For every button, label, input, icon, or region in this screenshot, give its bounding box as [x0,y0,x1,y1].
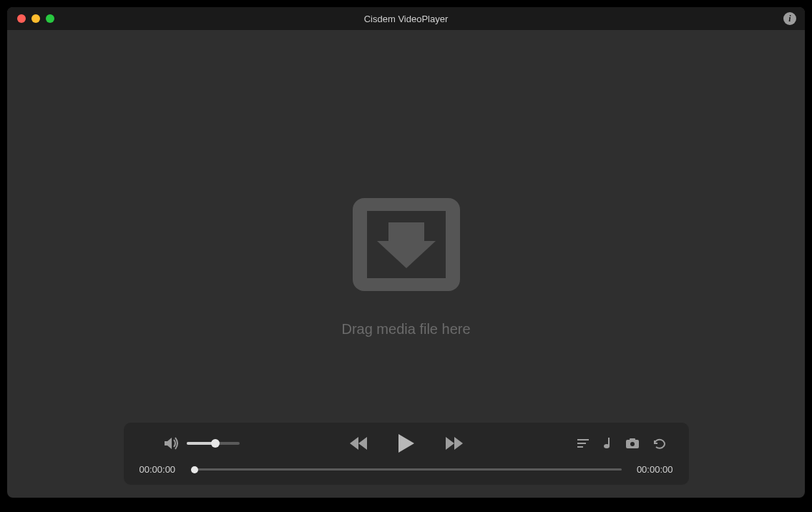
total-time: 00:00:00 [630,464,673,475]
titlebar: Cisdem VideoPlayer i [7,7,805,30]
fast-forward-button[interactable] [446,437,463,450]
svg-point-6 [604,444,610,448]
audio-track-button[interactable] [603,438,612,449]
dropzone-icon [346,191,467,301]
volume-group [164,436,240,451]
elapsed-time: 00:00:00 [140,464,182,475]
svg-point-9 [630,442,635,446]
window-controls [17,14,54,23]
video-dropzone[interactable]: Drag media file here [7,30,805,498]
window-title: Cisdem VideoPlayer [7,14,805,24]
svg-rect-8 [630,438,635,440]
transport-controls [350,434,463,453]
repeat-button[interactable] [653,438,666,449]
rewind-button[interactable] [350,437,367,450]
snapshot-button[interactable] [626,438,639,448]
playlist-button[interactable] [577,438,589,448]
volume-icon[interactable] [164,436,180,451]
playback-controls: 00:00:00 00:00:00 [124,423,689,485]
close-window-button[interactable] [17,14,26,23]
info-button[interactable]: i [783,12,796,25]
dropzone-label: Drag media file here [341,321,470,338]
seek-slider[interactable] [191,468,622,471]
extra-controls [577,438,666,449]
volume-slider[interactable] [187,442,240,445]
play-button[interactable] [398,434,414,453]
minimize-window-button[interactable] [31,14,40,23]
app-window: Cisdem VideoPlayer i Drag media file her… [7,7,805,498]
info-icon: i [788,14,791,24]
maximize-window-button[interactable] [46,14,54,23]
